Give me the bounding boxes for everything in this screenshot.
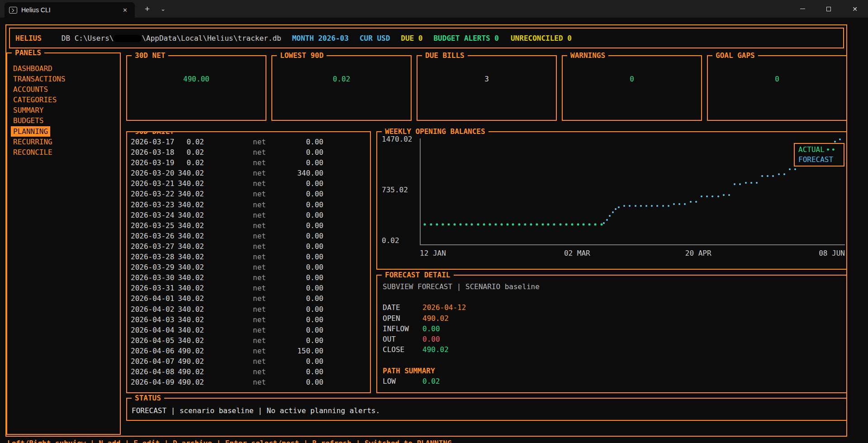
- y-tick-label: 735.02: [382, 186, 408, 195]
- daily-date: 2026-03-22: [131, 189, 176, 199]
- y-tick-label: 0.02: [382, 236, 399, 245]
- daily-row: 2026-03-19 0.02 net 0.00: [127, 157, 370, 168]
- daily-net-label: net: [253, 272, 267, 283]
- redacted-username: [114, 35, 142, 42]
- daily-row: 2026-03-31 340.02 net 0.00: [127, 283, 370, 293]
- daily-balance: 340.02: [176, 304, 204, 314]
- new-tab-button[interactable]: +: [141, 4, 153, 14]
- tab-dropdown-icon[interactable]: ⌄: [157, 5, 169, 12]
- daily-flow: 0.00: [267, 314, 323, 325]
- daily-date: 2026-03-20: [131, 168, 176, 178]
- terminal-tab[interactable]: Helius CLI ✕: [5, 2, 135, 18]
- minimize-button[interactable]: [789, 0, 816, 18]
- month-indicator: MONTH 2026-03: [292, 34, 349, 43]
- daily-date: 2026-03-23: [131, 200, 176, 210]
- sidebar-item[interactable]: CATEGORIES: [11, 95, 59, 105]
- daily-flow: 0.00: [267, 356, 323, 367]
- daily-net-label: net: [253, 147, 267, 157]
- stat-card: LOWEST 90D 0.02: [271, 55, 412, 121]
- daily-panel: 90D DAILY 2026-03-17 0.02 net 0.00 2026-…: [126, 131, 371, 393]
- stat-card: GOAL GAPS 0: [707, 55, 847, 121]
- x-axis: 12 JAN02 MAR20 APR08 JUN: [420, 248, 845, 259]
- daily-flow: 0.00: [267, 325, 323, 335]
- sidebar-item[interactable]: TRANSACTIONS: [11, 74, 68, 84]
- stat-card-title: 30D NET: [132, 51, 168, 60]
- stat-card-title: WARNINGS: [567, 51, 608, 60]
- daily-balance: 340.02: [176, 314, 204, 325]
- daily-flow: 0.00: [267, 147, 323, 157]
- daily-date: 2026-03-26: [131, 231, 176, 241]
- daily-flow: 0.00: [267, 367, 323, 377]
- daily-date: 2026-04-02: [131, 304, 176, 314]
- chart-legend: ACTUAL FORECAST: [794, 143, 844, 167]
- daily-flow: 0.00: [267, 200, 323, 210]
- footer-hints: Left/Right subview | N add | E edit | D …: [7, 439, 452, 443]
- stat-card: 30D NET 490.00: [126, 55, 266, 121]
- daily-row: 2026-03-24 340.02 net 0.00: [127, 210, 370, 220]
- maximize-icon: [826, 7, 831, 11]
- forecast-row-label: INFLOW: [383, 324, 422, 334]
- daily-row: 2026-04-05 340.02 net 0.00: [127, 335, 370, 346]
- daily-date: 2026-04-09: [131, 377, 176, 387]
- daily-date: 2026-04-06: [131, 346, 176, 356]
- sidebar-item[interactable]: RECURRING: [11, 137, 55, 147]
- daily-net-label: net: [253, 157, 267, 168]
- daily-balance: 340.02: [176, 262, 204, 272]
- sidebar-title: PANELS: [12, 48, 44, 57]
- forecast-row-value: 2026-04-12: [422, 302, 466, 313]
- daily-row: 2026-04-08 490.02 net 0.00: [127, 367, 370, 377]
- stat-card-value: 0: [708, 74, 846, 84]
- x-tick-label: 20 APR: [685, 249, 711, 257]
- daily-balance: 340.02: [176, 252, 204, 262]
- stat-card-value: 0: [563, 74, 701, 84]
- forecast-row: CLOSE 490.02: [383, 344, 846, 355]
- x-tick-label: 12 JAN: [420, 249, 446, 257]
- stat-card-value: 490.00: [127, 74, 266, 84]
- daily-flow: 0.00: [267, 283, 323, 293]
- forecast-row: OPEN 490.02: [383, 313, 846, 324]
- daily-date: 2026-03-29: [131, 262, 176, 272]
- low-value: 0.02: [422, 376, 440, 386]
- daily-balance: 340.02: [176, 178, 204, 189]
- status-text: FORECAST | scenario baseline | No active…: [127, 399, 846, 415]
- daily-net-label: net: [253, 335, 267, 346]
- daily-balance: 340.02: [176, 168, 204, 178]
- daily-row: 2026-03-18 0.02 net 0.00: [127, 147, 370, 157]
- tab-close-icon[interactable]: ✕: [120, 6, 130, 14]
- daily-date: 2026-03-17: [131, 137, 176, 147]
- forecast-row-label: OUT: [383, 334, 422, 344]
- x-tick-label: 02 MAR: [564, 249, 590, 257]
- stat-cards-row: 30D NET 490.00 LOWEST 90D 0.02 DUE BILLS…: [126, 55, 847, 121]
- daily-row: 2026-04-01 340.02 net 0.00: [127, 293, 370, 304]
- db-path: DB C:\Users\\AppData\Local\Helius\tracke…: [62, 34, 281, 43]
- header-bar: HELIUS DB C:\Users\\AppData\Local\Helius…: [9, 28, 844, 48]
- sidebar-item[interactable]: SUMMARY: [11, 105, 46, 115]
- sidebar-item[interactable]: DASHBOARD: [11, 63, 55, 74]
- sidebar-item[interactable]: PLANNING: [11, 126, 50, 137]
- daily-flow: 0.00: [267, 335, 323, 346]
- daily-row: 2026-03-21 340.02 net 0.00: [127, 178, 370, 189]
- stat-card: WARNINGS 0: [562, 55, 702, 121]
- close-button[interactable]: ✕: [842, 0, 868, 18]
- forecast-row-value: 0.00: [422, 324, 440, 334]
- stat-card-title: LOWEST 90D: [277, 51, 327, 60]
- sidebar-item[interactable]: RECONCILE: [11, 147, 55, 157]
- daily-net-label: net: [253, 314, 267, 325]
- daily-row: 2026-04-07 490.02 net 0.00: [127, 356, 370, 367]
- sidebar-item[interactable]: ACCOUNTS: [11, 84, 50, 95]
- status-panel: STATUS FORECAST | scenario baseline | No…: [126, 398, 847, 421]
- daily-balance: 340.02: [176, 293, 204, 304]
- sidebar-item[interactable]: BUDGETS: [11, 115, 46, 126]
- sidebar-list: DASHBOARDTRANSACTIONSACCOUNTSCATEGORIESS…: [7, 53, 120, 157]
- maximize-button[interactable]: [816, 0, 842, 18]
- panels-sidebar: PANELS DASHBOARDTRANSACTIONSACCOUNTSCATE…: [6, 52, 121, 435]
- daily-net-label: net: [253, 346, 267, 356]
- due-indicator: DUE 0: [401, 34, 422, 43]
- daily-flow: 0.00: [267, 189, 323, 199]
- daily-net-label: net: [253, 210, 267, 220]
- forecast-panel-title: FORECAST DETAIL: [382, 271, 454, 279]
- x-tick-label: 08 JUN: [819, 249, 845, 257]
- daily-balance: 340.02: [176, 335, 204, 346]
- daily-flow: 0.00: [267, 272, 323, 283]
- daily-net-label: net: [253, 200, 267, 210]
